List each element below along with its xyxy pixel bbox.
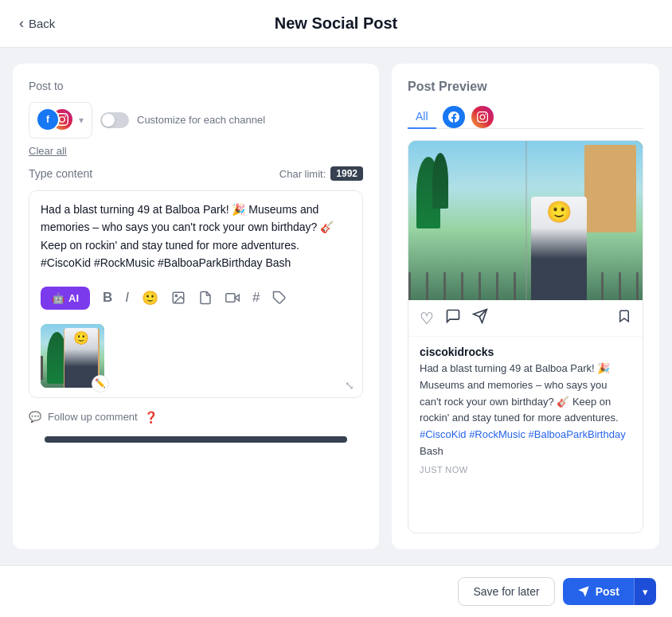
char-limit-value: 1992 [330, 166, 363, 181]
main-content: Post to f ▾ Customize for each chann [0, 48, 672, 565]
heart-icon[interactable]: ♡ [420, 309, 434, 328]
facebook-tab-icon [448, 111, 459, 123]
toggle-knob [102, 114, 115, 127]
video-icon[interactable] [221, 287, 244, 308]
back-button[interactable]: ‹ Back [19, 15, 55, 32]
footer: Save for later Post ▾ [0, 565, 672, 617]
facebook-avatar: f [36, 107, 60, 131]
hashtag-icon[interactable]: # [248, 287, 264, 309]
post-text[interactable]: Had a blast turning 49 at Balboa Park! 🎉… [41, 201, 351, 272]
bookmark-icon[interactable] [617, 309, 631, 327]
preview-tree-2 [432, 153, 448, 209]
account-dropdown[interactable]: f ▾ [29, 102, 92, 139]
tab-facebook[interactable] [443, 106, 465, 128]
caption-hashtags: #CiscoKid #RockMusic #BalboaParkBirthday [420, 428, 626, 440]
tab-instagram[interactable] [471, 106, 494, 128]
save-for-later-button[interactable]: Save for later [458, 577, 554, 606]
svg-marker-8 [578, 586, 588, 596]
right-panel: Post Preview All 🙂 [392, 64, 659, 549]
text-area-wrapper[interactable]: Had a blast turning 49 at Balboa Park! 🎉… [29, 190, 363, 398]
send-icon [577, 585, 590, 598]
char-limit-label: Char limit: [279, 168, 326, 180]
post-button[interactable]: Post [563, 578, 634, 605]
follow-up-comment[interactable]: 💬 Follow up comment ❓ [29, 408, 363, 424]
post-button-label: Post [596, 585, 619, 598]
instagram-tab-icon [477, 111, 488, 123]
tab-all[interactable]: All [408, 105, 436, 129]
caption-text: Had a blast turning 49 at Balboa Park! 🎉… [420, 362, 619, 424]
preview-building [584, 145, 636, 232]
resize-handle-icon: ⤡ [345, 380, 354, 391]
customize-toggle[interactable] [100, 112, 129, 128]
follow-up-icon: 💬 [29, 411, 41, 423]
emoji-icon[interactable]: 🙂 [137, 287, 163, 310]
svg-point-1 [175, 295, 177, 296]
post-username: ciscokidrocks [420, 346, 494, 358]
left-panel: Post to f ▾ Customize for each chann [13, 64, 379, 549]
preview-tabs: All [408, 105, 643, 129]
tab-all-label: All [416, 110, 428, 123]
preview-path [525, 141, 527, 300]
follow-up-label: Follow up comment [48, 411, 138, 423]
share-icon[interactable] [472, 308, 488, 328]
customize-label: Customize for each channel [137, 114, 265, 127]
scrollbar[interactable] [45, 436, 347, 443]
page-title: New Social Post [275, 14, 398, 33]
caption-suffix: Bash [420, 445, 443, 457]
image-preview-wrapper: 🙂 ✏️ [41, 324, 104, 388]
char-limit: Char limit: 1992 [279, 166, 363, 181]
ai-button-label: AI [68, 292, 79, 304]
post-caption: Had a blast turning 49 at Balboa Park! 🎉… [420, 361, 631, 460]
document-icon[interactable] [193, 287, 217, 308]
back-label: Back [29, 17, 55, 30]
account-selector: f ▾ Customize for each channel [29, 102, 363, 139]
svg-marker-2 [235, 295, 239, 301]
tag-icon[interactable] [268, 287, 291, 308]
post-button-group: Post ▾ [563, 578, 656, 605]
post-timestamp: JUST NOW [420, 465, 631, 474]
svg-rect-3 [226, 294, 235, 303]
image-icon[interactable] [166, 287, 190, 308]
header: ‹ Back New Social Post [0, 0, 672, 48]
type-content-header: Type content Char limit: 1992 [29, 166, 363, 181]
avatar-pair: f [36, 107, 74, 133]
post-body: ciscokidrocks Had a blast turning 49 at … [408, 337, 643, 533]
post-preview-image: 🙂 [408, 141, 643, 300]
post-to-label: Post to [29, 80, 363, 92]
italic-icon[interactable]: I [120, 287, 134, 309]
robot-icon: 🤖 [52, 292, 64, 304]
chevron-down-icon: ▾ [643, 586, 648, 598]
image-scene: 🙂 [408, 141, 643, 300]
help-icon: ❓ [144, 411, 158, 424]
comment-icon[interactable] [445, 308, 461, 328]
post-actions: ♡ [408, 300, 643, 337]
toggle-wrapper: Customize for each channel [100, 112, 265, 128]
image-edit-button[interactable]: ✏️ [92, 375, 109, 392]
preview-person: 🙂 [531, 197, 587, 300]
toolbar: 🤖 AI B I 🙂 # [41, 280, 351, 313]
preview-title: Post Preview [408, 80, 643, 94]
bold-icon[interactable]: B [98, 287, 117, 309]
dropdown-chevron-icon: ▾ [79, 115, 84, 126]
post-chevron-button[interactable]: ▾ [634, 578, 656, 605]
clear-all-button[interactable]: Clear all [29, 145, 363, 157]
post-preview-card: 🙂 ♡ ciscokidrocks Had a blast turning [408, 140, 643, 533]
back-arrow-icon: ‹ [19, 15, 24, 32]
ai-button[interactable]: 🤖 AI [41, 287, 90, 310]
type-content-label: Type content [29, 167, 92, 180]
